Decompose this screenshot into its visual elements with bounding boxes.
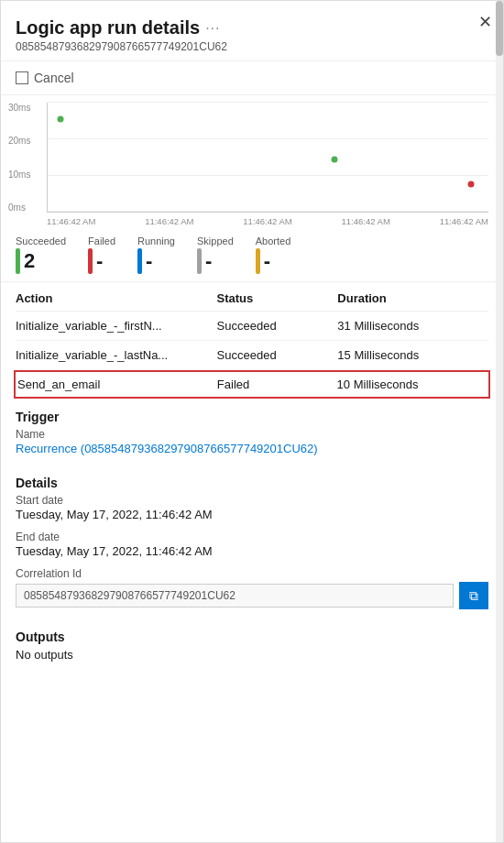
chart-dot-green2 <box>331 156 337 162</box>
status-running-label: Running <box>137 235 175 246</box>
chart-dot-red <box>467 181 474 188</box>
status-succeeded-label: Succeeded <box>16 235 66 246</box>
chart-container: 30ms 20ms 10ms 0ms 11:46:42 AM 11:46:42 … <box>1 95 503 228</box>
status-aborted-count: - <box>264 249 270 273</box>
action-name: Initialize_variable_-_firstN... <box>16 319 217 333</box>
action-status: Succeeded <box>217 348 338 362</box>
close-button[interactable]: ✕ <box>478 14 492 30</box>
action-status: Succeeded <box>217 319 338 333</box>
action-status: Failed <box>217 378 337 391</box>
action-duration: 15 Milliseconds <box>337 348 488 362</box>
status-succeeded: Succeeded 2 <box>16 235 66 274</box>
panel-run-id: 085854879368297908766577749201CU62 <box>16 40 488 53</box>
chart-y-label-0ms: 0ms <box>8 203 30 213</box>
col-header-duration: Duration <box>337 291 488 305</box>
logic-app-run-details-panel: Logic app run details ··· 08585487936829… <box>0 0 504 843</box>
start-date-row: Start date Tuesday, May 17, 2022, 11:46:… <box>16 494 488 521</box>
table-row[interactable]: Initialize_variable_-_firstN... Succeede… <box>16 312 488 341</box>
chart-y-label-20ms: 20ms <box>8 136 30 146</box>
status-aborted: Aborted - <box>256 235 291 274</box>
correlation-id-input[interactable] <box>16 584 454 608</box>
panel-header: Logic app run details ··· 08585487936829… <box>1 1 503 61</box>
col-header-action: Action <box>16 291 217 305</box>
status-failed: Failed - <box>88 235 115 274</box>
table-row[interactable]: Initialize_variable_-_lastNa... Succeede… <box>16 341 488 370</box>
end-date-row: End date Tuesday, May 17, 2022, 11:46:42… <box>16 531 488 558</box>
chart-x-labels: 11:46:42 AM 11:46:42 AM 11:46:42 AM 11:4… <box>47 214 488 228</box>
chart-x-label-3: 11:46:42 AM <box>243 216 291 226</box>
chart-y-label-30ms: 30ms <box>8 103 30 113</box>
start-date-label: Start date <box>16 494 488 507</box>
table-row-selected[interactable]: Send_an_email Failed 10 Milliseconds <box>14 370 490 399</box>
outputs-title: Outputs <box>16 630 488 644</box>
status-failed-bar <box>88 248 93 274</box>
no-outputs-label: No outputs <box>16 648 488 662</box>
outputs-section: Outputs No outputs <box>1 619 503 662</box>
status-skipped: Skipped - <box>197 235 234 274</box>
action-name: Initialize_variable_-_lastNa... <box>16 348 217 362</box>
status-running: Running - <box>137 235 175 274</box>
chart-dot-green <box>58 115 64 122</box>
copy-icon: ⧉ <box>469 588 478 604</box>
chart-x-label-5: 11:46:42 AM <box>440 216 488 226</box>
status-failed-count: - <box>96 249 103 273</box>
chart-inner <box>47 103 488 213</box>
end-date-value: Tuesday, May 17, 2022, 11:46:42 AM <box>16 544 488 558</box>
chart-x-label-4: 11:46:42 AM <box>341 216 389 226</box>
action-duration: 10 Milliseconds <box>337 378 487 391</box>
chart-y-label-10ms: 10ms <box>8 170 30 180</box>
status-succeeded-bar <box>16 248 20 274</box>
panel-title: Logic app run details <box>16 17 200 38</box>
col-header-status: Status <box>217 291 338 305</box>
correlation-id-label: Correlation Id <box>16 567 488 580</box>
end-date-label: End date <box>16 531 488 543</box>
chart-x-label-2: 11:46:42 AM <box>145 216 193 226</box>
action-duration: 31 Milliseconds <box>337 319 488 333</box>
cancel-label: Cancel <box>34 71 74 85</box>
trigger-name-row: Name Recurrence (08585487936829790876657… <box>16 428 488 455</box>
status-failed-label: Failed <box>88 235 115 246</box>
cancel-area: Cancel <box>1 61 503 95</box>
start-date-value: Tuesday, May 17, 2022, 11:46:42 AM <box>16 508 488 521</box>
table-header: Action Status Duration <box>16 282 488 312</box>
trigger-name-label: Name <box>16 428 488 441</box>
scrollbar[interactable] <box>496 1 503 842</box>
status-skipped-label: Skipped <box>197 235 234 246</box>
more-menu-button[interactable]: ··· <box>205 20 220 37</box>
correlation-id-input-row: ⧉ <box>16 582 488 609</box>
trigger-section: Trigger Name Recurrence (085854879368297… <box>1 399 503 455</box>
status-skipped-count: - <box>205 249 212 273</box>
details-section-title: Details <box>16 476 488 490</box>
action-name: Send_an_email <box>17 378 217 391</box>
correlation-id-row: Correlation Id ⧉ <box>16 567 488 609</box>
scrollbar-thumb[interactable] <box>496 1 503 56</box>
status-skipped-bar <box>197 248 202 274</box>
status-running-count: - <box>146 249 152 273</box>
status-badges-row: Succeeded 2 Failed - Running - Skipped <box>1 228 503 282</box>
details-section: Details Start date Tuesday, May 17, 2022… <box>1 465 503 609</box>
chart-x-label-1: 11:46:42 AM <box>47 216 95 226</box>
trigger-section-title: Trigger <box>16 410 488 424</box>
actions-table: Action Status Duration Initialize_variab… <box>1 282 503 399</box>
status-succeeded-count: 2 <box>24 249 35 273</box>
copy-correlation-id-button[interactable]: ⧉ <box>459 582 488 609</box>
cancel-checkbox[interactable] <box>16 71 28 84</box>
status-running-bar <box>137 248 142 274</box>
trigger-name-value[interactable]: Recurrence (0858548793682979087665777492… <box>16 442 488 455</box>
status-aborted-bar <box>256 248 260 274</box>
status-aborted-label: Aborted <box>256 235 291 246</box>
